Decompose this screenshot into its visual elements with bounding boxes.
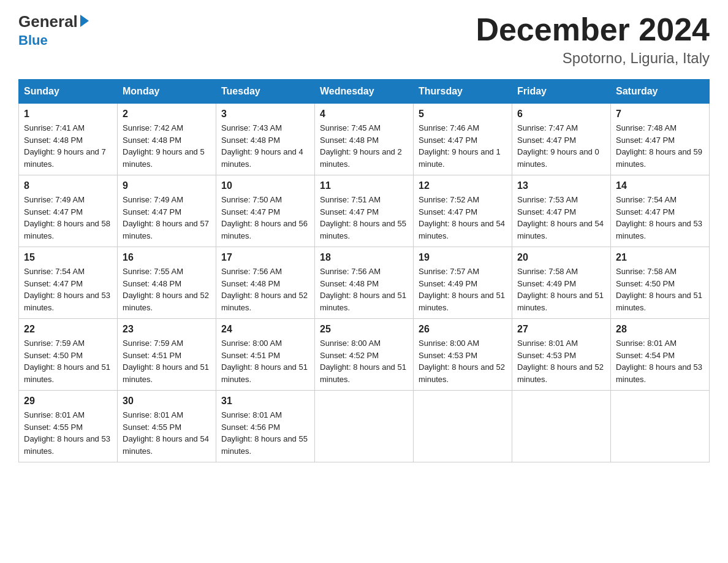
calendar-cell: 6 Sunrise: 7:47 AM Sunset: 4:47 PM Dayli…	[512, 104, 611, 175]
calendar-cell: 18 Sunrise: 7:56 AM Sunset: 4:48 PM Dayl…	[315, 247, 414, 319]
day-number: 2	[123, 109, 211, 120]
day-info: Sunrise: 7:58 AM Sunset: 4:50 PM Dayligh…	[616, 266, 704, 313]
day-number: 24	[221, 324, 309, 335]
day-number: 12	[419, 180, 507, 191]
calendar-cell	[414, 391, 512, 462]
calendar-cell	[315, 391, 414, 462]
day-info: Sunrise: 8:00 AM Sunset: 4:52 PM Dayligh…	[320, 337, 408, 385]
day-info: Sunrise: 8:01 AM Sunset: 4:55 PM Dayligh…	[123, 409, 211, 457]
day-info: Sunrise: 7:54 AM Sunset: 4:47 PM Dayligh…	[616, 194, 704, 242]
calendar-cell: 23 Sunrise: 7:59 AM Sunset: 4:51 PM Dayl…	[118, 319, 216, 391]
day-number: 13	[517, 180, 605, 191]
calendar-cell: 9 Sunrise: 7:49 AM Sunset: 4:47 PM Dayli…	[118, 175, 216, 247]
day-number: 14	[616, 180, 704, 191]
calendar-cell: 26 Sunrise: 8:00 AM Sunset: 4:53 PM Dayl…	[414, 319, 512, 391]
calendar-cell: 24 Sunrise: 8:00 AM Sunset: 4:51 PM Dayl…	[216, 319, 315, 391]
day-info: Sunrise: 7:57 AM Sunset: 4:49 PM Dayligh…	[419, 266, 507, 313]
header-thursday: Thursday	[414, 80, 512, 104]
day-number: 29	[24, 396, 112, 407]
calendar-subtitle: Spotorno, Liguria, Italy	[476, 50, 710, 67]
week-row-2: 8 Sunrise: 7:49 AM Sunset: 4:47 PM Dayli…	[19, 175, 710, 247]
day-info: Sunrise: 8:00 AM Sunset: 4:53 PM Dayligh…	[419, 337, 507, 385]
calendar-cell: 25 Sunrise: 8:00 AM Sunset: 4:52 PM Dayl…	[315, 319, 414, 391]
calendar-cell: 17 Sunrise: 7:56 AM Sunset: 4:48 PM Dayl…	[216, 247, 315, 319]
day-number: 21	[616, 252, 704, 263]
day-info: Sunrise: 7:43 AM Sunset: 4:48 PM Dayligh…	[221, 122, 309, 170]
day-number: 31	[221, 396, 309, 407]
day-info: Sunrise: 8:01 AM Sunset: 4:53 PM Dayligh…	[517, 337, 605, 385]
day-info: Sunrise: 7:55 AM Sunset: 4:48 PM Dayligh…	[123, 266, 211, 313]
day-number: 7	[616, 109, 704, 120]
calendar-cell: 19 Sunrise: 7:57 AM Sunset: 4:49 PM Dayl…	[414, 247, 512, 319]
title-block: December 2024 Spotorno, Liguria, Italy	[476, 12, 710, 67]
header-tuesday: Tuesday	[216, 80, 315, 104]
calendar-cell: 1 Sunrise: 7:41 AM Sunset: 4:48 PM Dayli…	[19, 104, 118, 175]
day-number: 8	[24, 180, 112, 191]
calendar-cell	[611, 391, 710, 462]
day-number: 19	[419, 252, 507, 263]
day-info: Sunrise: 7:41 AM Sunset: 4:48 PM Dayligh…	[24, 122, 112, 170]
day-number: 1	[24, 109, 112, 120]
calendar-cell: 12 Sunrise: 7:52 AM Sunset: 4:47 PM Dayl…	[414, 175, 512, 247]
calendar-cell: 28 Sunrise: 8:01 AM Sunset: 4:54 PM Dayl…	[611, 319, 710, 391]
week-row-5: 29 Sunrise: 8:01 AM Sunset: 4:55 PM Dayl…	[19, 391, 710, 462]
calendar-cell: 4 Sunrise: 7:45 AM Sunset: 4:48 PM Dayli…	[315, 104, 414, 175]
day-number: 16	[123, 252, 211, 263]
day-info: Sunrise: 8:01 AM Sunset: 4:55 PM Dayligh…	[24, 409, 112, 457]
calendar-cell: 30 Sunrise: 8:01 AM Sunset: 4:55 PM Dayl…	[118, 391, 216, 462]
calendar-cell	[512, 391, 611, 462]
logo-general-text: General	[18, 12, 78, 31]
day-info: Sunrise: 8:01 AM Sunset: 4:54 PM Dayligh…	[616, 337, 704, 385]
calendar-cell: 31 Sunrise: 8:01 AM Sunset: 4:56 PM Dayl…	[216, 391, 315, 462]
day-number: 4	[320, 109, 408, 120]
calendar-cell: 29 Sunrise: 8:01 AM Sunset: 4:55 PM Dayl…	[19, 391, 118, 462]
day-number: 15	[24, 252, 112, 263]
calendar-table: SundayMondayTuesdayWednesdayThursdayFrid…	[18, 79, 710, 462]
calendar-cell: 2 Sunrise: 7:42 AM Sunset: 4:48 PM Dayli…	[118, 104, 216, 175]
header-sunday: Sunday	[19, 80, 118, 104]
day-info: Sunrise: 7:46 AM Sunset: 4:47 PM Dayligh…	[419, 122, 507, 170]
calendar-cell: 22 Sunrise: 7:59 AM Sunset: 4:50 PM Dayl…	[19, 319, 118, 391]
day-info: Sunrise: 7:50 AM Sunset: 4:47 PM Dayligh…	[221, 194, 309, 242]
calendar-cell: 21 Sunrise: 7:58 AM Sunset: 4:50 PM Dayl…	[611, 247, 710, 319]
day-number: 26	[419, 324, 507, 335]
day-number: 10	[221, 180, 309, 191]
page-header: General Blue December 2024 Spotorno, Lig…	[18, 12, 710, 67]
day-info: Sunrise: 7:52 AM Sunset: 4:47 PM Dayligh…	[419, 194, 507, 242]
week-row-1: 1 Sunrise: 7:41 AM Sunset: 4:48 PM Dayli…	[19, 104, 710, 175]
logo-blue-text: Blue	[18, 33, 48, 48]
calendar-cell: 14 Sunrise: 7:54 AM Sunset: 4:47 PM Dayl…	[611, 175, 710, 247]
day-number: 22	[24, 324, 112, 335]
day-number: 30	[123, 396, 211, 407]
day-number: 18	[320, 252, 408, 263]
day-number: 5	[419, 109, 507, 120]
calendar-header-row: SundayMondayTuesdayWednesdayThursdayFrid…	[19, 80, 710, 104]
day-info: Sunrise: 7:56 AM Sunset: 4:48 PM Dayligh…	[221, 266, 309, 313]
day-info: Sunrise: 7:47 AM Sunset: 4:47 PM Dayligh…	[517, 122, 605, 170]
day-info: Sunrise: 7:59 AM Sunset: 4:51 PM Dayligh…	[123, 337, 211, 385]
header-monday: Monday	[118, 80, 216, 104]
day-number: 6	[517, 109, 605, 120]
day-number: 20	[517, 252, 605, 263]
calendar-cell: 5 Sunrise: 7:46 AM Sunset: 4:47 PM Dayli…	[414, 104, 512, 175]
header-friday: Friday	[512, 80, 611, 104]
day-number: 25	[320, 324, 408, 335]
day-info: Sunrise: 7:56 AM Sunset: 4:48 PM Dayligh…	[320, 266, 408, 313]
day-info: Sunrise: 8:00 AM Sunset: 4:51 PM Dayligh…	[221, 337, 309, 385]
week-row-3: 15 Sunrise: 7:54 AM Sunset: 4:47 PM Dayl…	[19, 247, 710, 319]
calendar-cell: 15 Sunrise: 7:54 AM Sunset: 4:47 PM Dayl…	[19, 247, 118, 319]
day-info: Sunrise: 7:51 AM Sunset: 4:47 PM Dayligh…	[320, 194, 408, 242]
logo: General Blue	[18, 12, 89, 48]
calendar-cell: 13 Sunrise: 7:53 AM Sunset: 4:47 PM Dayl…	[512, 175, 611, 247]
calendar-title: December 2024	[476, 12, 710, 47]
calendar-cell: 27 Sunrise: 8:01 AM Sunset: 4:53 PM Dayl…	[512, 319, 611, 391]
day-number: 11	[320, 180, 408, 191]
calendar-cell: 20 Sunrise: 7:58 AM Sunset: 4:49 PM Dayl…	[512, 247, 611, 319]
calendar-cell: 11 Sunrise: 7:51 AM Sunset: 4:47 PM Dayl…	[315, 175, 414, 247]
day-number: 27	[517, 324, 605, 335]
day-number: 23	[123, 324, 211, 335]
day-info: Sunrise: 7:59 AM Sunset: 4:50 PM Dayligh…	[24, 337, 112, 385]
day-info: Sunrise: 7:45 AM Sunset: 4:48 PM Dayligh…	[320, 122, 408, 170]
day-number: 9	[123, 180, 211, 191]
calendar-cell: 3 Sunrise: 7:43 AM Sunset: 4:48 PM Dayli…	[216, 104, 315, 175]
